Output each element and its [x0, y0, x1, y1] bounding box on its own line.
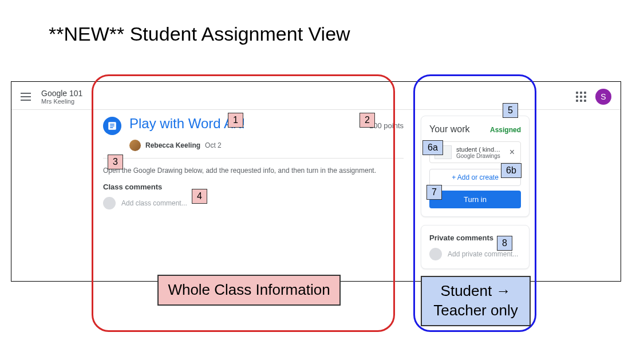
assignment-byline: Rebecca Keeling Oct 2: [129, 140, 404, 151]
user-avatar[interactable]: S: [595, 89, 611, 105]
remove-attachment-icon[interactable]: ×: [508, 147, 516, 157]
assignment-icon: [103, 117, 121, 135]
assignment-title: Play with Word Art!: [129, 116, 245, 132]
class-comment-input[interactable]: Add class comment...: [103, 197, 404, 209]
class-comments-heading: Class comments: [103, 183, 404, 191]
private-comment-placeholder: Add private comment...: [448, 250, 518, 258]
turn-in-button[interactable]: Turn in: [429, 191, 521, 208]
slide-title: **NEW** Student Assignment View: [49, 23, 350, 45]
assignment-points: 100 points: [369, 121, 404, 130]
attachment-row[interactable]: student ( kindof ) ... Google Drawings ×: [429, 141, 521, 163]
assignment-description: Open the Google Drawing below, add the r…: [103, 158, 404, 183]
comment-avatar: [103, 197, 116, 209]
private-comment-avatar: [429, 248, 442, 260]
app-header: Google 101 Mrs Keeling S: [11, 82, 621, 110]
your-work-title: Your work: [429, 124, 470, 134]
content-area: Play with Word Art! 100 points Rebecca K…: [11, 110, 621, 275]
class-name: Google 101: [41, 89, 576, 98]
apps-grid-icon[interactable]: [576, 92, 586, 102]
private-comment-input[interactable]: Add private comment...: [429, 248, 521, 260]
menu-icon[interactable]: [21, 93, 31, 101]
author-avatar: [129, 140, 141, 151]
teacher-name: Mrs Keeling: [41, 98, 576, 105]
class-info[interactable]: Google 101 Mrs Keeling: [41, 89, 576, 105]
your-work-card: Your work Assigned student ( kindof ) ..…: [421, 116, 530, 217]
attachment-type: Google Drawings: [456, 153, 504, 159]
class-comment-placeholder: Add class comment...: [121, 199, 187, 207]
assignment-header: Play with Word Art! 100 points: [103, 116, 404, 135]
author-name: Rebecca Keeling: [145, 141, 200, 149]
your-work-panel: Your work Assigned student ( kindof ) ..…: [421, 116, 530, 269]
add-or-create-button[interactable]: + Add or create: [429, 169, 521, 186]
classroom-app: Google 101 Mrs Keeling S Play with Word …: [11, 81, 621, 282]
region-label-student-teacher: Student → Teacher only: [421, 276, 531, 326]
private-comments-heading: Private comments: [429, 234, 521, 242]
status-badge: Assigned: [490, 126, 521, 134]
assignment-date: Oct 2: [205, 141, 222, 149]
private-comments-card: Private comments Add private comment...: [421, 225, 530, 269]
assignment-main: Play with Word Art! 100 points Rebecca K…: [103, 116, 404, 269]
attachment-thumbnail: [434, 145, 452, 159]
attachment-name: student ( kindof ) ...: [456, 146, 504, 153]
